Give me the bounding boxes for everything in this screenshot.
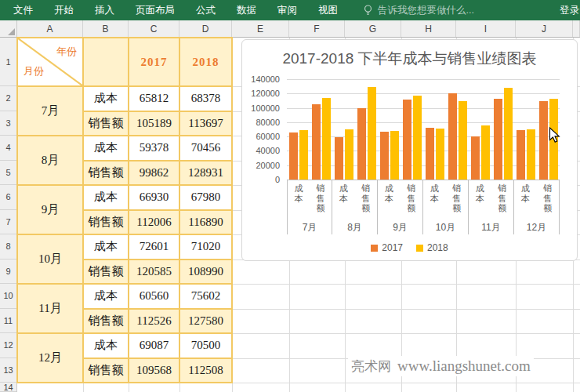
row-header-6[interactable]: 6 [0,185,16,210]
year-header-2017[interactable]: 2017 [129,38,179,86]
bar-2017[interactable] [426,128,434,180]
sales-value-cell[interactable]: 116890 [179,210,232,235]
bar-2018[interactable] [368,87,376,180]
bar-2018[interactable] [345,129,353,180]
row-header-2[interactable]: 2 [0,86,16,111]
sales-value-cell[interactable]: 128931 [179,161,232,186]
bar-2018[interactable] [322,98,331,180]
month-cell-8月[interactable]: 8月 [17,136,83,185]
column-header-A[interactable]: A [17,20,83,37]
row-header-13[interactable]: 13 [0,358,16,383]
bar-2018[interactable] [504,88,513,180]
bar-2017[interactable] [403,100,411,180]
sales-label-cell[interactable]: 销售额 [83,161,129,186]
cost-value-cell[interactable]: 65812 [129,86,179,111]
cost-value-cell[interactable]: 67980 [179,185,232,210]
column-header-B[interactable]: B [83,20,129,37]
bar-2017[interactable] [517,130,525,180]
ribbon-tab-4[interactable]: 页面布局 [136,4,175,17]
year-header-2018[interactable]: 2018 [179,38,232,86]
bar-2017[interactable] [471,136,480,180]
cost-label-cell[interactable]: 成本 [83,333,129,358]
cost-label-cell[interactable]: 成本 [83,136,129,161]
bar-2017[interactable] [357,108,366,180]
cost-value-cell[interactable]: 71020 [179,234,232,260]
bar-2018[interactable] [459,101,467,180]
column-header-extra[interactable] [573,20,580,37]
bar-2017[interactable] [494,99,502,180]
ribbon-tab-7[interactable]: 审阅 [277,4,297,17]
sales-value-cell[interactable]: 99862 [129,161,179,186]
cost-value-cell[interactable]: 70456 [179,136,232,161]
row-header-10[interactable]: 10 [0,284,16,309]
chart[interactable]: 2017-2018 下半年成本与销售业绩图表 14000012000010000… [241,39,578,261]
cost-label-cell[interactable]: 成本 [83,185,129,210]
row-header-11[interactable]: 11 [0,309,16,334]
sales-value-cell[interactable]: 108990 [179,260,232,285]
cost-value-cell[interactable]: 75602 [179,284,232,309]
month-cell-7月[interactable]: 7月 [17,86,83,136]
bar-2018[interactable] [299,130,308,180]
cost-value-cell[interactable]: 69087 [129,333,179,358]
sales-value-cell[interactable]: 113697 [179,111,232,136]
month-cell-11月[interactable]: 11月 [17,284,83,333]
ribbon-tab-8[interactable]: 视图 [318,4,338,17]
row-header-7[interactable]: 7 [0,210,16,235]
column-header-E[interactable]: E [232,20,289,37]
sales-value-cell[interactable]: 112006 [129,210,179,235]
row-header-9[interactable]: 9 [0,260,16,285]
legend-item-2017[interactable]: 2017 [371,242,403,253]
bar-2017[interactable] [539,101,548,180]
sales-value-cell[interactable]: 112526 [129,309,179,334]
select-all-corner[interactable] [0,20,17,37]
row-header-12[interactable]: 12 [0,333,16,358]
bar-2018[interactable] [413,96,422,180]
column-header-F[interactable]: F [289,20,345,37]
row-header-5[interactable]: 5 [0,161,16,186]
row-header-14[interactable]: 14 [0,383,16,392]
cost-value-cell[interactable]: 68378 [179,86,232,111]
ribbon-tab-6[interactable]: 数据 [237,4,256,17]
column-header-G[interactable]: G [345,20,401,37]
row-header-4[interactable]: 4 [0,136,16,161]
cost-value-cell[interactable]: 72601 [129,234,179,260]
column-header-D[interactable]: D [179,20,232,37]
sales-label-cell[interactable]: 销售额 [83,210,129,235]
column-header-I[interactable]: I [456,20,516,37]
sales-label-cell[interactable]: 销售额 [83,260,129,285]
bar-2017[interactable] [448,93,457,180]
sales-value-cell[interactable]: 127580 [179,309,232,334]
bar-2017[interactable] [380,132,389,180]
bar-2017[interactable] [312,104,321,180]
sales-value-cell[interactable]: 120585 [129,260,179,285]
bar-2018[interactable] [527,129,535,180]
column-header-J[interactable]: J [516,20,573,37]
bar-2017[interactable] [335,137,343,180]
sales-label-cell[interactable]: 销售额 [83,111,129,136]
cost-value-cell[interactable]: 66930 [129,185,179,210]
cost-label-cell[interactable]: 成本 [83,86,129,111]
sales-value-cell[interactable]: 105189 [129,111,179,136]
sales-value-cell[interactable]: 109568 [129,358,179,383]
bar-2018[interactable] [481,125,490,180]
sales-label-cell[interactable]: 销售额 [83,358,129,383]
empty-header-cell[interactable] [83,38,129,86]
cost-value-cell[interactable]: 60560 [129,284,179,309]
column-header-H[interactable]: H [401,20,456,37]
ribbon-tab-3[interactable]: 插入 [95,4,114,17]
cost-value-cell[interactable]: 59378 [129,136,179,161]
bar-2018[interactable] [436,129,444,180]
bar-2017[interactable] [289,132,298,180]
cost-label-cell[interactable]: 成本 [83,234,129,260]
sales-value-cell[interactable]: 112508 [179,358,232,383]
corner-header-cell[interactable]: 年份月份 [17,38,83,86]
row-header-3[interactable]: 3 [0,111,16,136]
cost-label-cell[interactable]: 成本 [83,284,129,309]
ribbon-tab-1[interactable]: 文件 [13,4,33,17]
cost-value-cell[interactable]: 70500 [179,333,232,358]
ribbon-tab-5[interactable]: 公式 [196,4,216,17]
tell-me-search[interactable]: 告诉我您想要做什么... [363,4,474,17]
month-cell-12月[interactable]: 12月 [17,333,83,383]
ribbon-tab-2[interactable]: 开始 [54,4,74,17]
column-header-C[interactable]: C [129,20,179,37]
